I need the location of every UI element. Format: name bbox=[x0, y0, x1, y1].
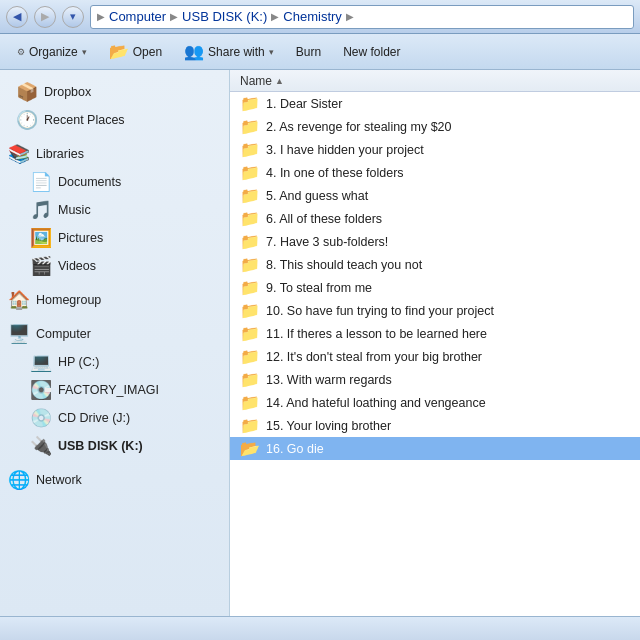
sidebar-item-videos[interactable]: 🎬 Videos bbox=[0, 252, 229, 280]
new-folder-label: New folder bbox=[343, 45, 400, 59]
organize-label: Organize bbox=[29, 45, 78, 59]
videos-label: Videos bbox=[58, 259, 96, 273]
folder-icon: 📁 bbox=[240, 416, 260, 435]
sidebar-item-music[interactable]: 🎵 Music bbox=[0, 196, 229, 224]
table-row[interactable]: 📁8. This should teach you not bbox=[230, 253, 640, 276]
table-row[interactable]: 📁11. If theres a lesson to be learned he… bbox=[230, 322, 640, 345]
file-name: 12. It's don't steal from your big broth… bbox=[266, 350, 482, 364]
folder-icon: 📁 bbox=[240, 370, 260, 389]
address-bar[interactable]: ▶ Computer ▶ USB DISK (K:) ▶ Chemistry ▶ bbox=[90, 5, 634, 29]
dropbox-icon: 📦 bbox=[16, 81, 38, 103]
folder-icon: 📁 bbox=[240, 324, 260, 343]
folder-icon: 📁 bbox=[240, 393, 260, 412]
hp-label: HP (C:) bbox=[58, 355, 99, 369]
pictures-label: Pictures bbox=[58, 231, 103, 245]
table-row[interactable]: 📁3. I have hidden your project bbox=[230, 138, 640, 161]
file-rows-container: 📁1. Dear Sister📁2. As revenge for steali… bbox=[230, 92, 640, 460]
usb-label: USB DISK (K:) bbox=[58, 439, 143, 453]
column-name: Name bbox=[240, 74, 272, 88]
forward-button[interactable]: ▶ bbox=[34, 6, 56, 28]
sidebar-item-recent-places[interactable]: 🕐 Recent Places bbox=[0, 106, 229, 134]
file-name: 3. I have hidden your project bbox=[266, 143, 424, 157]
sidebar-recent-label: Recent Places bbox=[44, 113, 125, 127]
breadcrumb-sep2: ▶ bbox=[271, 11, 279, 22]
share-icon: 👥 bbox=[184, 42, 204, 61]
address-bar-container: ◀ ▶ ▾ ▶ Computer ▶ USB DISK (K:) ▶ Chemi… bbox=[0, 0, 640, 34]
share-label: Share with bbox=[208, 45, 265, 59]
breadcrumb-arrow: ▶ bbox=[97, 11, 105, 22]
file-name: 2. As revenge for stealing my $20 bbox=[266, 120, 452, 134]
table-row[interactable]: 📁9. To steal from me bbox=[230, 276, 640, 299]
table-row[interactable]: 📁7. Have 3 sub-folders! bbox=[230, 230, 640, 253]
table-row[interactable]: 📁5. And guess what bbox=[230, 184, 640, 207]
breadcrumb-usb[interactable]: USB DISK (K:) bbox=[182, 9, 267, 24]
sidebar-item-usb[interactable]: 🔌 USB DISK (K:) bbox=[0, 432, 229, 460]
folder-icon: 📁 bbox=[240, 232, 260, 251]
sidebar-item-factory[interactable]: 💽 FACTORY_IMAGI bbox=[0, 376, 229, 404]
file-list-header: Name ▲ bbox=[230, 70, 640, 92]
table-row[interactable]: 📂16. Go die bbox=[230, 437, 640, 460]
table-row[interactable]: 📁12. It's don't steal from your big brot… bbox=[230, 345, 640, 368]
folder-icon: 📁 bbox=[240, 94, 260, 113]
table-row[interactable]: 📁14. And hateful loathing and vengeance bbox=[230, 391, 640, 414]
folder-icon: 📁 bbox=[240, 163, 260, 182]
folder-icon: 📁 bbox=[240, 347, 260, 366]
table-row[interactable]: 📁15. Your loving brother bbox=[230, 414, 640, 437]
homegroup-icon: 🏠 bbox=[8, 289, 30, 311]
new-folder-button[interactable]: New folder bbox=[334, 41, 409, 63]
organize-button[interactable]: ⚙ Organize ▾ bbox=[8, 41, 96, 63]
sort-arrow: ▲ bbox=[275, 76, 284, 86]
table-row[interactable]: 📁1. Dear Sister bbox=[230, 92, 640, 115]
folder-icon: 📁 bbox=[240, 301, 260, 320]
homegroup-label: Homegroup bbox=[36, 293, 101, 307]
videos-icon: 🎬 bbox=[30, 255, 52, 277]
folder-icon: 📁 bbox=[240, 255, 260, 274]
sidebar-item-documents[interactable]: 📄 Documents bbox=[0, 168, 229, 196]
pictures-icon: 🖼️ bbox=[30, 227, 52, 249]
share-arrow: ▾ bbox=[269, 47, 274, 57]
status-bar bbox=[0, 616, 640, 640]
cd-icon: 💿 bbox=[30, 407, 52, 429]
burn-button[interactable]: Burn bbox=[287, 41, 330, 63]
open-icon: 📂 bbox=[109, 42, 129, 61]
computer-label: Computer bbox=[36, 327, 91, 341]
libraries-label: Libraries bbox=[36, 147, 84, 161]
sidebar-item-cd[interactable]: 💿 CD Drive (J:) bbox=[0, 404, 229, 432]
sidebar-item-pictures[interactable]: 🖼️ Pictures bbox=[0, 224, 229, 252]
breadcrumb-chemistry[interactable]: Chemistry bbox=[283, 9, 342, 24]
homegroup-section[interactable]: 🏠 Homegroup bbox=[0, 286, 229, 314]
sidebar-item-dropbox[interactable]: 📦 Dropbox bbox=[0, 78, 229, 106]
breadcrumb-sep1: ▶ bbox=[170, 11, 178, 22]
folder-icon: 📂 bbox=[240, 439, 260, 458]
computer-section[interactable]: 🖥️ Computer bbox=[0, 320, 229, 348]
table-row[interactable]: 📁13. With warm regards bbox=[230, 368, 640, 391]
organize-icon: ⚙ bbox=[17, 47, 25, 57]
dropdown-button[interactable]: ▾ bbox=[62, 6, 84, 28]
breadcrumb-sep3: ▶ bbox=[346, 11, 354, 22]
hp-icon: 💻 bbox=[30, 351, 52, 373]
back-button[interactable]: ◀ bbox=[6, 6, 28, 28]
file-name: 10. So have fun trying to find your proj… bbox=[266, 304, 494, 318]
table-row[interactable]: 📁6. All of these folders bbox=[230, 207, 640, 230]
open-button[interactable]: 📂 Open bbox=[100, 38, 171, 65]
table-row[interactable]: 📁10. So have fun trying to find your pro… bbox=[230, 299, 640, 322]
folder-icon: 📁 bbox=[240, 278, 260, 297]
network-icon: 🌐 bbox=[8, 469, 30, 491]
file-list: Name ▲ 📁1. Dear Sister📁2. As revenge for… bbox=[230, 70, 640, 616]
libraries-section[interactable]: 📚 Libraries bbox=[0, 140, 229, 168]
table-row[interactable]: 📁4. In one of these folders bbox=[230, 161, 640, 184]
breadcrumb-computer[interactable]: Computer bbox=[109, 9, 166, 24]
music-label: Music bbox=[58, 203, 91, 217]
usb-icon: 🔌 bbox=[30, 435, 52, 457]
folder-icon: 📁 bbox=[240, 117, 260, 136]
file-name: 11. If theres a lesson to be learned her… bbox=[266, 327, 487, 341]
sidebar-item-hp[interactable]: 💻 HP (C:) bbox=[0, 348, 229, 376]
share-button[interactable]: 👥 Share with ▾ bbox=[175, 38, 283, 65]
network-section[interactable]: 🌐 Network bbox=[0, 466, 229, 494]
file-name: 8. This should teach you not bbox=[266, 258, 422, 272]
table-row[interactable]: 📁2. As revenge for stealing my $20 bbox=[230, 115, 640, 138]
organize-arrow: ▾ bbox=[82, 47, 87, 57]
file-name: 4. In one of these folders bbox=[266, 166, 404, 180]
file-name: 9. To steal from me bbox=[266, 281, 372, 295]
computer-icon: 🖥️ bbox=[8, 323, 30, 345]
